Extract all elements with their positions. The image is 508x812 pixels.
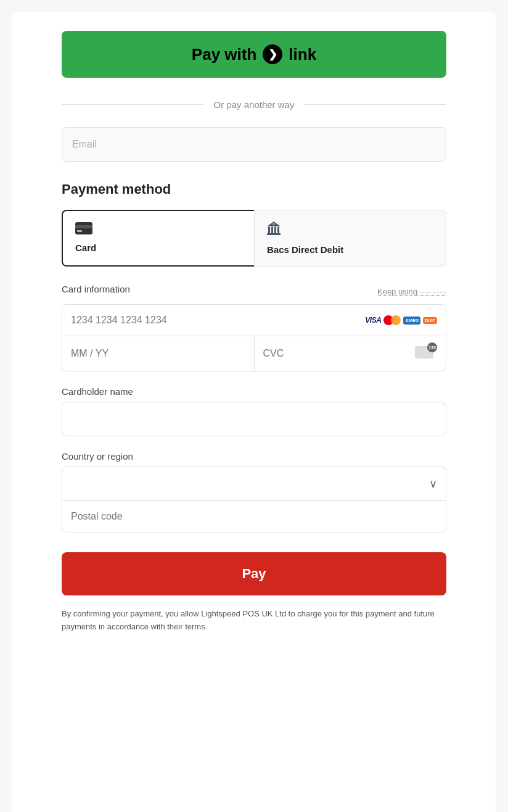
cvc-input[interactable]	[263, 348, 411, 359]
discover-logo: DISC	[423, 317, 437, 324]
payment-method-tabs: Card Bacs Direct Debit	[62, 210, 446, 267]
country-section: Country or region ∨	[62, 451, 446, 532]
card-number-input[interactable]	[71, 315, 359, 326]
payment-form: Pay with ❯ link Or pay another way Payme…	[12, 12, 496, 812]
card-icon	[75, 222, 92, 238]
bacs-tab-label: Bacs Direct Debit	[267, 244, 343, 255]
payment-method-title: Payment method	[62, 181, 446, 197]
bank-icon	[267, 222, 283, 239]
amex-logo: AMEX	[403, 317, 420, 325]
pay-with-link-button[interactable]: Pay with ❯ link	[62, 31, 446, 78]
visa-logo: VISA	[365, 316, 381, 325]
svg-rect-4	[271, 227, 273, 233]
email-input[interactable]	[62, 127, 446, 162]
cvc-badge-number: 135	[427, 342, 437, 352]
pay-button[interactable]: Pay	[62, 552, 446, 595]
link-logo-icon: ❯	[263, 44, 282, 64]
card-input-group: VISA AMEX DISC 135	[62, 304, 446, 371]
pay-with-label: Pay with	[192, 45, 256, 64]
cardholder-label: Cardholder name	[62, 386, 446, 397]
cardholder-section: Cardholder name	[62, 386, 446, 436]
expiry-cvc-row: 135	[62, 336, 446, 371]
country-select[interactable]: ∨	[62, 467, 446, 501]
postal-code-input[interactable]	[62, 501, 446, 532]
country-label: Country or region	[62, 451, 446, 462]
card-brands: VISA AMEX DISC	[365, 315, 437, 326]
cvc-wrapper: 135	[255, 336, 446, 371]
svg-rect-7	[267, 233, 281, 235]
chevron-down-icon: ∨	[429, 477, 437, 491]
divider-text: Or pay another way	[214, 99, 295, 110]
svg-rect-6	[277, 227, 279, 233]
svg-rect-1	[75, 225, 92, 228]
svg-rect-9	[272, 223, 275, 225]
legal-text: By confirming your payment, you allow Li…	[62, 608, 446, 634]
tab-bacs[interactable]: Bacs Direct Debit	[254, 210, 446, 267]
svg-rect-5	[274, 227, 276, 233]
expiry-input[interactable]	[62, 336, 255, 371]
svg-rect-2	[77, 230, 82, 232]
cardholder-name-input[interactable]	[62, 402, 446, 436]
svg-rect-3	[268, 227, 270, 233]
divider: Or pay another way	[62, 99, 446, 110]
card-info-label: Card information	[62, 284, 130, 294]
card-number-row: VISA AMEX DISC	[62, 305, 446, 336]
country-region-wrapper: ∨	[62, 466, 446, 532]
link-word: link	[289, 45, 316, 64]
card-information-section: Card information Keep using ············…	[62, 284, 446, 371]
keep-using-link[interactable]: Keep using ············	[377, 287, 446, 296]
cvc-card-icon: 135	[415, 346, 437, 361]
mastercard-logo	[383, 315, 401, 326]
card-tab-label: Card	[75, 242, 96, 253]
pay-button-label: Pay	[242, 566, 266, 581]
tab-card[interactable]: Card	[62, 210, 254, 267]
